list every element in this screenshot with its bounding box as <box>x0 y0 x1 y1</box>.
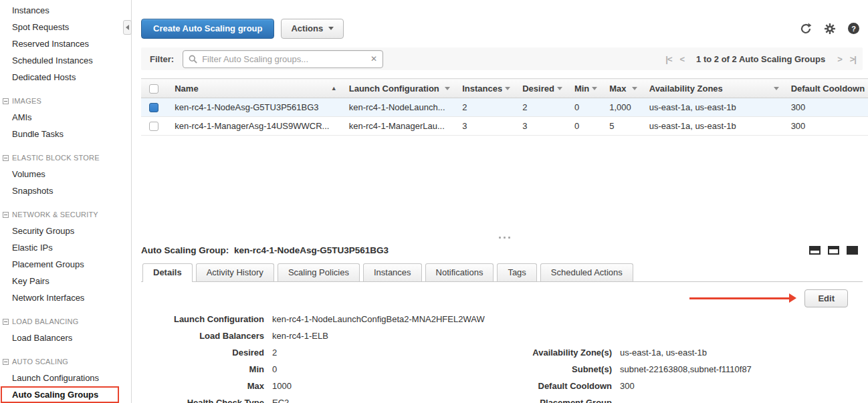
column-header-availability-zones[interactable]: Availability Zones <box>643 79 785 98</box>
column-filter-caret-icon[interactable] <box>592 87 597 90</box>
column-filter-caret-icon[interactable] <box>445 87 450 90</box>
help-icon[interactable]: ? <box>848 23 859 34</box>
column-header-min[interactable]: Min <box>568 79 603 98</box>
field-label-availability-zone-s: Availability Zone(s) <box>500 344 620 361</box>
settings-gear-icon[interactable] <box>824 23 836 35</box>
field-value-health-check-type: EC2 <box>272 394 500 403</box>
sidebar-section-load-balancing[interactable]: LOAD BALANCING <box>0 313 131 329</box>
field-label-desired: Desired <box>141 344 272 361</box>
cell-desired: 3 <box>516 117 568 136</box>
cell-instances: 2 <box>456 98 516 117</box>
clear-filter-icon[interactable]: ✕ <box>366 54 377 63</box>
tab-notifications[interactable]: Notifications <box>425 263 494 281</box>
table-row-ken-rc4-1-managerasg-14us9wwcr[interactable]: ken-rc4-1-ManagerAsg-14US9WWCR...ken-rc4… <box>141 117 868 136</box>
sidebar-item-key-pairs[interactable]: Key Pairs <box>0 273 131 289</box>
select-all-header[interactable] <box>141 79 169 98</box>
details-header: Auto Scaling Group: ken-rc4-1-NodeAsg-G5… <box>141 241 868 259</box>
column-filter-caret-icon[interactable] <box>557 87 562 90</box>
column-filter-caret-icon[interactable] <box>632 87 637 90</box>
cell-launch-configuration: ken-rc4-1-NodeLaunch... <box>343 98 456 117</box>
aws-ec2-console: { "colors": { "primary_button_top": "#45… <box>0 0 868 403</box>
panel-resize-handle[interactable] <box>141 233 868 241</box>
sidebar-item-bundle-tasks[interactable]: Bundle Tasks <box>0 126 131 142</box>
prev-page-button[interactable]: < <box>679 54 684 64</box>
column-header-name[interactable]: Name▲ <box>169 79 343 98</box>
column-header-label: Name <box>175 84 328 94</box>
select-all-checkbox[interactable] <box>149 84 158 94</box>
column-header-instances[interactable]: Instances <box>456 79 516 98</box>
first-page-button[interactable]: |< <box>665 54 671 64</box>
sidebar-item-load-balancers[interactable]: Load Balancers <box>0 329 131 346</box>
sidebar-item-spot-requests[interactable]: Spot Requests <box>0 19 131 35</box>
sidebar-collapse-button[interactable] <box>123 20 132 35</box>
tab-scheduled-actions[interactable]: Scheduled Actions <box>540 263 633 281</box>
tab-details[interactable]: Details <box>142 263 193 282</box>
sidebar-item-reserved-instances[interactable]: Reserved Instances <box>0 35 131 52</box>
field-value-subnet-s: subnet-22163808,subnet-f1110f87 <box>620 361 868 378</box>
row-select-cell[interactable] <box>141 98 169 117</box>
cell-availability-zones: us-east-1a, us-east-1b <box>643 117 785 136</box>
details-panel: Auto Scaling Group: ken-rc4-1-NodeAsg-G5… <box>141 233 868 403</box>
cell-max: 5 <box>603 117 643 136</box>
tab-tags[interactable]: Tags <box>497 263 536 281</box>
last-page-button[interactable]: >| <box>850 54 856 64</box>
filter-input[interactable] <box>202 54 366 64</box>
sidebar-item-placement-groups[interactable]: Placement Groups <box>0 256 131 273</box>
column-header-desired[interactable]: Desired <box>516 79 568 98</box>
collapse-section-icon[interactable] <box>3 359 9 365</box>
cell-min: 0 <box>568 98 603 117</box>
sidebar-section-elastic-block-store[interactable]: ELASTIC BLOCK STORE <box>0 150 131 166</box>
column-filter-caret-icon[interactable] <box>774 87 779 90</box>
sidebar-item-instances[interactable]: Instances <box>0 2 131 19</box>
tab-scaling-policies[interactable]: Scaling Policies <box>278 263 360 281</box>
column-header-max[interactable]: Max <box>603 79 643 98</box>
column-filter-caret-icon[interactable] <box>505 87 510 90</box>
sidebar-item-scheduled-instances[interactable]: Scheduled Instances <box>0 52 131 69</box>
cell-max: 1,000 <box>603 98 643 117</box>
search-icon <box>189 55 197 63</box>
field-value-launch-configuration: ken-rc4-1-NodeLaunchConfigBeta2-MNA2HFEL… <box>272 311 500 327</box>
row-checkbox[interactable] <box>149 103 158 112</box>
sidebar-item-snapshots[interactable]: Snapshots <box>0 182 131 199</box>
tab-bar: DetailsActivity HistoryScaling PoliciesI… <box>141 263 863 282</box>
layout-split-pane-icon[interactable] <box>828 246 839 255</box>
column-header-launch-configuration[interactable]: Launch Configuration <box>343 79 456 98</box>
sidebar-item-elastic-ips[interactable]: Elastic IPs <box>0 239 131 256</box>
column-header-label: Min <box>574 84 589 94</box>
collapse-section-icon[interactable] <box>3 319 9 325</box>
table-row-ken-rc4-1-nodeasg-g5tu3p561bg3[interactable]: ken-rc4-1-NodeAsg-G5TU3P561BG3ken-rc4-1-… <box>141 98 868 117</box>
field-label-placement-group: Placement Group <box>500 394 620 403</box>
sidebar-item-security-groups[interactable]: Security Groups <box>0 223 131 239</box>
collapse-section-icon[interactable] <box>3 212 9 218</box>
sidebar-item-amis[interactable]: AMIs <box>0 109 131 126</box>
edit-button[interactable]: Edit <box>804 289 848 307</box>
tab-activity-history[interactable]: Activity History <box>196 263 274 281</box>
collapse-section-icon[interactable] <box>3 98 9 104</box>
collapse-section-icon[interactable] <box>3 155 9 161</box>
sidebar-section-network-security[interactable]: NETWORK & SECURITY <box>0 207 131 223</box>
layout-full-pane-icon[interactable] <box>847 246 858 255</box>
actions-button[interactable]: Actions <box>281 19 344 39</box>
sidebar-section-label: AUTO SCALING <box>12 358 68 366</box>
sidebar-item-network-interfaces[interactable]: Network Interfaces <box>0 289 131 306</box>
filter-search-box[interactable]: ✕ <box>183 50 383 68</box>
tab-instances[interactable]: Instances <box>363 263 422 281</box>
row-checkbox[interactable] <box>149 122 158 131</box>
sidebar-item-launch-configurations[interactable]: Launch Configurations <box>0 370 131 386</box>
column-header-default-cooldown[interactable]: Default Cooldown <box>785 79 868 98</box>
field-value-desired: 2 <box>272 344 500 361</box>
pagination: |< < 1 to 2 of 2 Auto Scaling Groups > >… <box>665 54 856 64</box>
sidebar-item-volumes[interactable]: Volumes <box>0 166 131 182</box>
layout-bottom-pane-icon[interactable] <box>809 246 821 255</box>
next-page-button[interactable]: > <box>837 54 842 64</box>
sidebar-section-images[interactable]: IMAGES <box>0 93 131 109</box>
annotation-arrow-icon <box>689 297 790 299</box>
row-select-cell[interactable] <box>141 117 169 136</box>
empty-space <box>141 136 868 233</box>
refresh-icon[interactable] <box>800 23 812 35</box>
sidebar-section-auto-scaling[interactable]: AUTO SCALING <box>0 354 131 370</box>
create-auto-scaling-group-button[interactable]: Create Auto Scaling group <box>141 19 274 39</box>
sidebar-item-dedicated-hosts[interactable]: Dedicated Hosts <box>0 69 131 86</box>
table-body: ken-rc4-1-NodeAsg-G5TU3P561BG3ken-rc4-1-… <box>141 98 868 136</box>
sidebar-item-auto-scaling-groups[interactable]: Auto Scaling Groups <box>1 386 119 403</box>
